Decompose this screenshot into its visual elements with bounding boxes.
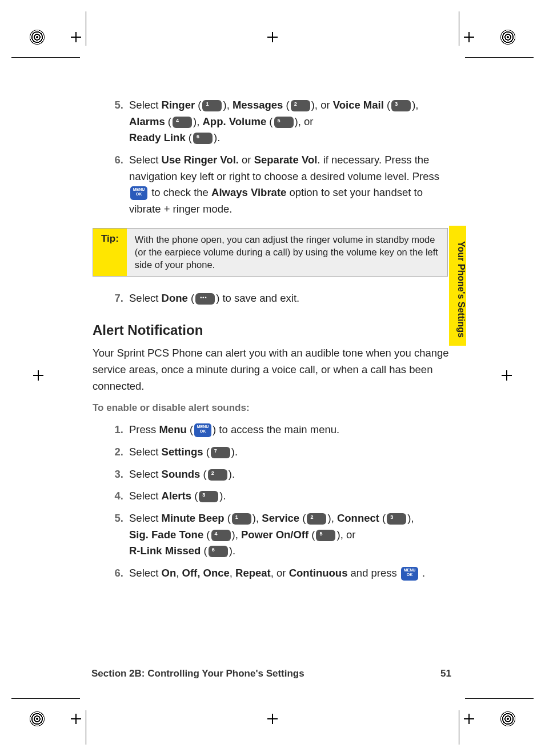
text: Select <box>129 446 162 458</box>
key-dots-icon <box>195 293 215 305</box>
bold-on: On <box>162 567 177 579</box>
crop-cross <box>267 714 278 724</box>
step-body: Select Alerts (). <box>129 488 451 505</box>
text: , or <box>271 567 289 579</box>
step-7: 7. Select Done () to save and exit. <box>103 290 451 307</box>
step-number: 7. <box>103 290 129 307</box>
text: and press <box>347 567 400 579</box>
sub-heading: To enable or disable alert sounds: <box>93 402 451 414</box>
text: Select <box>129 292 162 304</box>
crop-line <box>459 11 459 46</box>
bold-connect: Connect <box>337 512 379 524</box>
step-number: 5. <box>103 510 129 559</box>
key-2-icon <box>307 513 326 525</box>
bstep-5: 5. Select Minute Beep (), Service (), Co… <box>103 510 451 559</box>
page-footer: Section 2B: Controlling Your Phone's Set… <box>91 668 451 679</box>
crop-cross <box>71 714 81 724</box>
crop-line <box>86 11 86 46</box>
step-body: Select Done () to save and exit. <box>129 290 451 307</box>
crop-line <box>11 698 80 699</box>
bold-settings: Settings <box>162 446 203 458</box>
text: Select <box>129 154 162 166</box>
key-5-icon <box>316 530 335 541</box>
text: to access the main menu. <box>216 423 339 435</box>
menu-ok-icon: MENUOK <box>130 186 147 200</box>
key-1-icon <box>202 100 222 111</box>
key-3-icon <box>387 513 406 525</box>
bold-voicemail: Voice Mail <box>333 99 384 111</box>
bold-ringer: Ringer <box>162 99 195 111</box>
intro-paragraph: Your Sprint PCS Phone can alert you with… <box>93 345 451 394</box>
bstep-6: 6. Select On, Off, Once, Repeat, or Cont… <box>103 565 451 582</box>
bold-always-vibrate: Always Vibrate <box>211 186 286 198</box>
crop-cross <box>464 32 474 42</box>
bold-menu: Menu <box>159 423 186 435</box>
tip-label: Tip: <box>93 229 127 276</box>
bold-readylink: Ready Link <box>129 131 186 143</box>
bold-alarms: Alarms <box>129 115 165 127</box>
crop-cross <box>71 32 81 42</box>
bold-sigfade: Sig. Fade Tone <box>129 529 203 541</box>
key-2-icon <box>208 469 227 481</box>
step-number: 4. <box>103 488 129 505</box>
registration-mark <box>30 711 45 726</box>
bstep-3: 3. Select Sounds (). <box>103 466 451 483</box>
step-number: 1. <box>103 422 129 438</box>
tip-box: Tip: With the phone open, you can adjust… <box>93 228 448 277</box>
crop-cross <box>267 32 278 42</box>
menu-ok-icon: MENUOK <box>401 567 418 581</box>
bstep-4: 4. Select Alerts (). <box>103 488 451 505</box>
crop-cross <box>502 370 512 381</box>
bold-repeat: Repeat <box>235 567 271 579</box>
tip-text: With the phone open, you can adjust the … <box>127 229 447 276</box>
key-4-icon <box>211 530 231 541</box>
step-body: Press Menu (MENUOK) to access the main m… <box>129 422 451 438</box>
crop-line <box>86 710 86 745</box>
step-number: 3. <box>103 466 129 483</box>
text: to check the <box>149 186 211 198</box>
text: Select <box>129 512 162 524</box>
menu-ok-icon: MENUOK <box>194 423 211 437</box>
bold-done: Done <box>162 292 188 304</box>
text: , or <box>298 115 314 127</box>
step-body: Select Minute Beep (), Service (), Conne… <box>129 510 451 559</box>
bold-power: Power On/Off <box>241 529 308 541</box>
step-6: 6. Select Use Ringer Vol. or Separate Vo… <box>103 152 451 218</box>
step-number: 5. <box>103 97 129 146</box>
bstep-1: 1. Press Menu (MENUOK) to access the mai… <box>103 422 451 438</box>
bold-use-ringer-vol: Use Ringer Vol. <box>162 154 239 166</box>
text: Select <box>129 567 162 579</box>
step-body: Select Settings (). <box>129 444 451 461</box>
bold-continuous: Continuous <box>289 567 348 579</box>
step-body: Select Ringer (), Messages (), or Voice … <box>129 97 451 146</box>
key-3-icon <box>391 100 411 111</box>
text: Select <box>129 468 162 480</box>
registration-mark <box>500 30 515 45</box>
bold-off-once: Off, Once <box>182 567 230 579</box>
heading-alert-notification: Alert Notification <box>93 322 451 338</box>
crop-line <box>465 698 534 699</box>
key-2-icon <box>291 100 310 111</box>
step-5: 5. Select Ringer (), Messages (), or Voi… <box>103 97 451 146</box>
step-number: 6. <box>103 565 129 582</box>
key-4-icon <box>173 117 192 128</box>
crop-cross <box>33 370 43 381</box>
key-6-icon <box>209 546 228 557</box>
key-3-icon <box>199 491 218 502</box>
registration-mark <box>500 711 515 726</box>
text: Select <box>129 99 162 111</box>
bold-alerts: Alerts <box>162 490 191 502</box>
crop-line <box>465 57 534 58</box>
text: to save and exit. <box>219 292 299 304</box>
key-1-icon <box>232 513 251 525</box>
step-body: Select Use Ringer Vol. or Separate Vol. … <box>129 152 451 218</box>
bold-service: Service <box>262 512 299 524</box>
text: Select <box>129 490 162 502</box>
text: or <box>239 154 254 166</box>
key-7-icon <box>211 447 230 458</box>
bold-rlink: R-Link Missed <box>129 545 201 557</box>
side-tab: Your Phone's Settings <box>449 226 466 346</box>
bold-messages: Messages <box>233 99 283 111</box>
footer-page-number: 51 <box>440 668 451 679</box>
crop-line <box>459 710 459 745</box>
